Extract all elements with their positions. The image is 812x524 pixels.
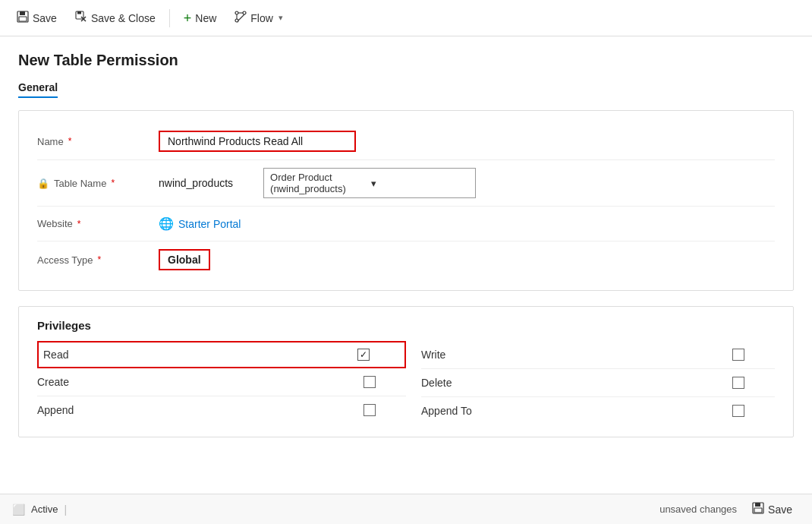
append-to-checkbox[interactable]	[732, 405, 744, 417]
website-required: *	[77, 219, 81, 229]
write-label: Write	[421, 349, 732, 361]
name-required: *	[68, 136, 72, 147]
create-label: Create	[37, 376, 364, 388]
page-title: New Table Permission	[18, 52, 794, 69]
website-row: Website * 🌐 Starter Portal	[37, 207, 775, 241]
access-type-row: Access Type * Global	[37, 241, 775, 278]
append-to-label: Append To	[421, 405, 732, 417]
access-type-label: Access Type *	[37, 254, 159, 266]
dropdown-arrow-icon: ▾	[371, 178, 469, 189]
name-value: Northwind Products Read All	[159, 131, 775, 152]
divider	[169, 9, 170, 27]
lock-icon: 🔒	[37, 178, 49, 189]
new-label: New	[195, 12, 216, 24]
read-checkbox[interactable]: ✓	[357, 349, 370, 361]
privileges-card: Privileges Read ✓ Create Append	[18, 306, 794, 437]
status-save-icon	[752, 502, 764, 516]
website-link[interactable]: 🌐 Starter Portal	[159, 216, 775, 231]
flow-button[interactable]: Flow ▾	[227, 7, 291, 30]
toolbar: Save Save & Close + New F	[0, 0, 812, 36]
chevron-down-icon: ▾	[279, 13, 283, 23]
svg-line-13	[238, 14, 244, 21]
create-row: Create	[37, 368, 406, 396]
write-row: Write	[421, 341, 775, 369]
unsaved-changes-text: unsaved changes	[659, 503, 737, 515]
save-close-button[interactable]: Save & Close	[68, 7, 163, 30]
svg-rect-3	[20, 17, 24, 21]
website-value: 🌐 Starter Portal	[159, 216, 775, 231]
section-title: General	[18, 81, 58, 98]
access-type-required: *	[97, 254, 101, 265]
name-row: Name * Northwind Products Read All	[37, 123, 775, 160]
access-type-box[interactable]: Global	[159, 249, 210, 270]
globe-icon: 🌐	[159, 216, 174, 231]
table-name-label: 🔒 Table Name *	[37, 178, 159, 189]
svg-rect-15	[755, 503, 760, 507]
save-icon	[17, 11, 29, 26]
status-save-button[interactable]: Save	[744, 499, 800, 519]
name-field[interactable]: Northwind Products Read All	[159, 131, 356, 152]
website-label: Website *	[37, 218, 159, 229]
svg-rect-16	[754, 508, 762, 513]
table-name-row: 🔒 Table Name * nwind_products Order Prod…	[37, 160, 775, 207]
read-label: Read	[43, 349, 357, 361]
status-right: unsaved changes Save	[659, 499, 800, 519]
svg-point-8	[235, 11, 238, 14]
general-form-card: Name * Northwind Products Read All 🔒 Tab…	[18, 110, 794, 291]
append-to-row: Append To	[421, 397, 775, 425]
svg-rect-1	[20, 11, 25, 15]
svg-point-9	[243, 11, 246, 14]
active-status: Active	[31, 503, 58, 515]
privileges-title: Privileges	[37, 319, 775, 332]
plus-icon: +	[184, 11, 192, 25]
append-checkbox[interactable]	[364, 404, 376, 416]
flow-icon	[234, 11, 247, 26]
status-left: ⬜ Active |	[12, 503, 67, 516]
expand-icon[interactable]: ⬜	[12, 503, 25, 516]
delete-checkbox[interactable]	[732, 377, 744, 389]
status-bar: ⬜ Active | unsaved changes Save	[0, 494, 812, 524]
flow-label: Flow	[250, 12, 273, 24]
access-type-value: Global	[159, 249, 775, 270]
save-label: Save	[33, 12, 57, 24]
create-checkbox[interactable]	[364, 376, 376, 388]
table-dropdown[interactable]: Order Product (nwind_products) ▾	[263, 168, 476, 198]
privileges-right-col: Write Delete Append To	[406, 341, 775, 425]
table-name-text: nwind_products	[159, 177, 233, 189]
table-name-required: *	[111, 178, 115, 188]
table-name-value-area: nwind_products Order Product (nwind_prod…	[159, 168, 775, 198]
status-separator: |	[64, 503, 67, 516]
read-row: Read ✓	[37, 341, 406, 368]
save-button[interactable]: Save	[9, 7, 65, 30]
save-close-icon	[75, 11, 87, 26]
append-label: Append	[37, 404, 364, 416]
svg-point-10	[235, 19, 238, 22]
delete-row: Delete	[421, 369, 775, 397]
name-label: Name *	[37, 136, 159, 147]
svg-rect-5	[77, 11, 81, 14]
new-button[interactable]: + New	[176, 8, 225, 29]
main-content: New Table Permission General Name * Nort…	[0, 36, 812, 494]
save-close-label: Save & Close	[91, 12, 156, 24]
write-checkbox[interactable]	[732, 349, 744, 361]
append-row: Append	[37, 396, 406, 424]
status-save-label: Save	[768, 503, 792, 516]
delete-label: Delete	[421, 377, 732, 389]
privileges-left-col: Read ✓ Create Append	[37, 341, 406, 425]
